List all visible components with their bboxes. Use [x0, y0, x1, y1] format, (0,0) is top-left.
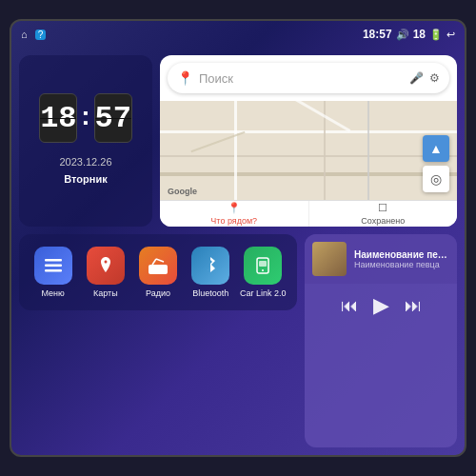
- app-item-maps[interactable]: Карты: [82, 247, 129, 299]
- top-row: 18 : 57 2023.12.26 Вторник 📍 Поиск: [19, 55, 457, 227]
- clock-date: 2023.12.26 Вторник: [59, 154, 111, 188]
- app-item-carlink[interactable]: Car Link 2.0: [239, 247, 287, 299]
- music-album-art: [312, 242, 347, 276]
- app-icon-carlink: [244, 247, 282, 285]
- map-tab-nearby-label: Что рядом?: [210, 216, 257, 226]
- svg-rect-1: [45, 264, 62, 267]
- map-nav-button[interactable]: ▲: [423, 135, 449, 162]
- music-title: Наименование песни: [354, 249, 449, 260]
- svg-point-4: [150, 267, 155, 271]
- app-icon-maps: [87, 247, 125, 285]
- status-bar: ⌂ ? 18:57 🔊 18 🔋 ↩: [11, 21, 465, 48]
- location-icon: ◎: [430, 171, 442, 187]
- svg-rect-2: [45, 269, 62, 272]
- music-controls: ⏮ ▶ ⏭: [305, 284, 457, 327]
- home-icon[interactable]: ⌂: [21, 29, 28, 40]
- svg-line-8: [156, 259, 164, 262]
- app-label-radio: Радио: [146, 288, 170, 299]
- app-grid: Меню Карты: [19, 234, 297, 447]
- app-item-bluetooth[interactable]: Bluetooth: [187, 247, 234, 299]
- back-icon[interactable]: ↩: [446, 29, 455, 41]
- clock-widget: 18 : 57 2023.12.26 Вторник: [19, 55, 152, 227]
- status-right: 18:57 🔊 18 🔋 ↩: [363, 28, 455, 41]
- prev-button[interactable]: ⏮: [341, 296, 358, 316]
- map-search-bar[interactable]: 📍 Поиск 🎤 ⚙: [168, 63, 449, 93]
- bottom-section: Меню Карты: [19, 234, 457, 447]
- app-item-radio[interactable]: Радио: [134, 247, 182, 299]
- music-info: Наименование песни Наименование певца: [354, 249, 449, 269]
- svg-point-11: [262, 269, 264, 271]
- play-button[interactable]: ▶: [373, 293, 389, 318]
- app-label-menu: Меню: [41, 288, 64, 299]
- app-icon-menu: [34, 247, 72, 285]
- map-tab-saved-label: Сохранено: [361, 216, 405, 226]
- battery-level: 18: [413, 28, 426, 41]
- clock-colon: :: [81, 101, 89, 131]
- app-icon-radio: [139, 247, 177, 285]
- app-label-maps: Карты: [93, 288, 118, 299]
- clock-minute: 57: [94, 93, 132, 143]
- status-bar-left: ⌂ ?: [21, 29, 46, 40]
- app-item-menu[interactable]: Меню: [30, 247, 77, 299]
- svg-line-7: [152, 259, 156, 265]
- map-location-button[interactable]: ◎: [423, 166, 449, 192]
- app-label-carlink: Car Link 2.0: [240, 288, 287, 299]
- battery-icon: 🔋: [429, 29, 443, 41]
- nearby-icon: 📍: [228, 202, 241, 214]
- music-widget: Наименование песни Наименование певца ⏮ …: [305, 234, 457, 447]
- status-time: 18:57: [363, 28, 392, 41]
- map-widget[interactable]: 📍 Поиск 🎤 ⚙: [160, 55, 457, 227]
- next-button[interactable]: ⏭: [405, 296, 422, 316]
- map-pin-icon: 📍: [177, 70, 193, 86]
- map-area[interactable]: [160, 101, 457, 200]
- mic-icon[interactable]: 🎤: [409, 71, 424, 85]
- map-bottom-tabs: 📍 Что рядом? ☐ Сохранено: [160, 200, 457, 227]
- map-tab-nearby[interactable]: 📍 Что рядом?: [160, 201, 309, 227]
- question-icon[interactable]: ?: [35, 30, 47, 40]
- svg-rect-5: [157, 268, 166, 269]
- gear-icon[interactable]: ⚙: [429, 71, 440, 85]
- svg-rect-6: [157, 269, 163, 271]
- saved-icon: ☐: [378, 202, 387, 214]
- volume-icon: 🔊: [396, 29, 409, 41]
- music-top: Наименование песни Наименование певца: [305, 234, 457, 284]
- app-row: Меню Карты: [19, 234, 297, 310]
- map-search-placeholder[interactable]: Поиск: [199, 71, 404, 86]
- clock-hour: 18: [39, 93, 77, 143]
- device-frame: ⌂ ? 18:57 🔊 18 🔋 ↩ 18 : 57: [10, 19, 466, 457]
- svg-rect-0: [45, 259, 62, 262]
- app-icon-bluetooth: [191, 247, 229, 285]
- music-artist: Наименование певца: [354, 260, 449, 269]
- main-content: 18 : 57 2023.12.26 Вторник 📍 Поиск: [11, 48, 465, 455]
- nav-icon: ▲: [429, 141, 443, 156]
- map-tab-saved[interactable]: ☐ Сохранено: [309, 201, 458, 227]
- google-logo: Google: [168, 187, 197, 196]
- flip-clock: 18 : 57: [39, 93, 131, 143]
- app-label-bluetooth: Bluetooth: [192, 288, 228, 299]
- svg-rect-10: [259, 261, 267, 267]
